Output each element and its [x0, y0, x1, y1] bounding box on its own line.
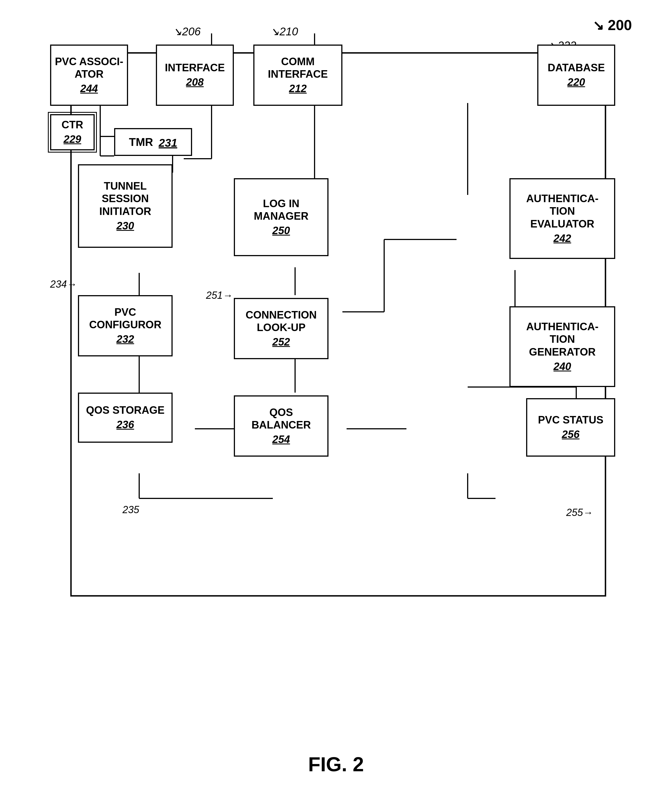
ref-255: 255→ [566, 507, 593, 518]
pvc-associator-label: PVC ASSOCI-ATOR [55, 55, 123, 81]
connection-lookup-ref: 252 [272, 336, 290, 349]
pvc-status-label: PVC STATUS [538, 414, 603, 426]
tmr-box: TMR 231 [114, 128, 192, 156]
auth-generator-label: AUTHENTICA-TIONGENERATOR [526, 320, 598, 359]
pvc-configuror-ref: 232 [116, 333, 134, 346]
auth-generator-box: AUTHENTICA-TIONGENERATOR 240 [509, 306, 615, 387]
ctr-label: CTR [61, 119, 83, 131]
login-manager-box: LOG INMANAGER 250 [234, 178, 328, 256]
ref-234: 234→ [50, 279, 77, 290]
figure-label: FIG. 2 [308, 753, 364, 776]
login-manager-ref: 250 [272, 224, 290, 237]
ctr-box: CTR 229 [50, 114, 94, 151]
database-box: DATABASE 220 [537, 45, 615, 106]
pvc-associator-box: PVC ASSOCI-ATOR 244 [50, 45, 128, 106]
comm-interface-label: COMMINTERFACE [268, 55, 328, 81]
qos-balancer-label: QOSBALANCER [251, 406, 311, 431]
tunnel-session-ref: 230 [116, 220, 134, 232]
auth-evaluator-ref: 242 [554, 232, 571, 245]
pvc-status-ref: 256 [562, 428, 579, 441]
login-manager-label: LOG INMANAGER [254, 197, 309, 223]
ctr-ref: 229 [64, 133, 81, 146]
interface-box: INTERFACE 208 [156, 45, 234, 106]
ref-210: ↘210 [270, 25, 298, 38]
comm-interface-ref: 212 [289, 82, 307, 95]
auth-generator-ref: 240 [554, 360, 571, 373]
connection-lookup-label: CONNECTIONLOOK-UP [246, 309, 317, 334]
pvc-configuror-box: PVCCONFIGUROR 232 [78, 295, 173, 356]
qos-balancer-ref: 254 [272, 433, 290, 446]
interface-label: INTERFACE [165, 61, 225, 74]
pvc-associator-ref: 244 [80, 82, 98, 95]
ref-200-label: ↘ 200 [593, 17, 632, 34]
diagram-container: ↘ 200 [22, 17, 649, 755]
qos-balancer-box: QOSBALANCER 254 [234, 396, 328, 457]
database-label: DATABASE [547, 61, 605, 74]
interface-ref: 208 [186, 76, 203, 89]
connection-lookup-box: CONNECTIONLOOK-UP 252 [234, 298, 328, 359]
ref-251: 251→ [206, 290, 233, 301]
tunnel-session-label: TUNNELSESSIONINITIATOR [99, 180, 151, 218]
auth-evaluator-label: AUTHENTICA-TIONEVALUATOR [526, 192, 598, 231]
qos-storage-ref: 236 [116, 418, 134, 431]
database-ref: 220 [567, 76, 585, 89]
tunnel-session-box: TUNNELSESSIONINITIATOR 230 [78, 164, 173, 248]
qos-storage-label: QOS STORAGE [86, 404, 165, 417]
qos-storage-box: QOS STORAGE 236 [78, 393, 173, 443]
ref-206: ↘206 [173, 25, 201, 38]
tmr-ref: 231 [159, 136, 177, 149]
auth-evaluator-box: AUTHENTICA-TIONEVALUATOR 242 [509, 178, 615, 259]
tmr-label: TMR [129, 135, 153, 149]
comm-interface-box: COMMINTERFACE 212 [253, 45, 342, 106]
ref-235: 235 [123, 504, 139, 516]
pvc-status-box: PVC STATUS 256 [526, 398, 615, 457]
pvc-configuror-label: PVCCONFIGUROR [89, 306, 162, 331]
